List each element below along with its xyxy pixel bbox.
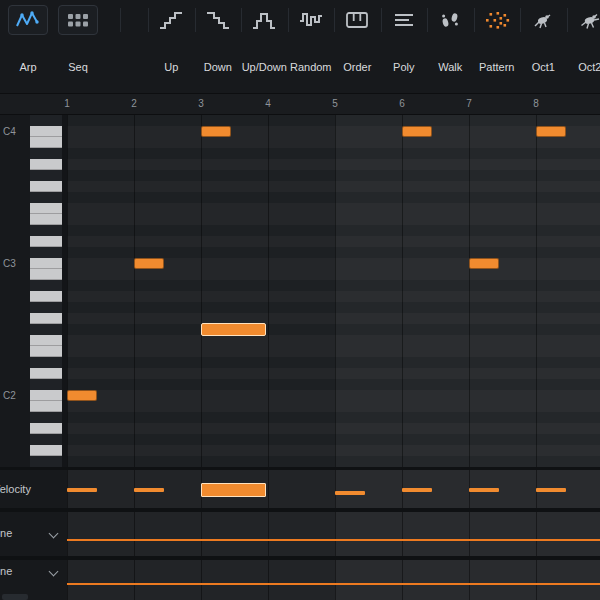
velocity-bar-step2[interactable] — [134, 488, 164, 492]
note-step3-c4[interactable] — [201, 126, 231, 137]
piano-keyboard[interactable] — [0, 115, 600, 467]
mod-lane-1-value-line[interactable] — [67, 539, 600, 541]
velocity-bar-step6[interactable] — [402, 488, 432, 492]
mod-lane-2-value-line[interactable] — [67, 583, 600, 585]
grid-row — [67, 126, 600, 137]
piano-key-b1[interactable] — [30, 401, 62, 412]
note-step6-c4[interactable] — [402, 126, 432, 137]
velocity-bar-step3[interactable] — [201, 483, 266, 497]
ruler-number-7: 7 — [462, 98, 476, 109]
piano-key-cs3[interactable] — [30, 247, 62, 258]
mode-pattern-label[interactable]: Pattern — [474, 60, 521, 74]
grid-row — [67, 280, 600, 291]
mode-walk-label[interactable]: Walk — [427, 60, 474, 74]
piano-key-f2[interactable] — [30, 335, 62, 346]
grid-row — [67, 368, 600, 379]
note-step1-c2[interactable] — [67, 390, 97, 401]
mode-oct2-label[interactable]: Oct2 — [567, 60, 600, 74]
piano-key-cs4[interactable] — [30, 115, 62, 126]
piano-key-fs1[interactable] — [30, 456, 62, 467]
mode-walk-button[interactable] — [427, 6, 474, 34]
piano-key-a1[interactable] — [30, 423, 62, 434]
grid-row — [67, 401, 600, 412]
pitch-label-c4: C4 — [3, 126, 16, 137]
mode-up-button[interactable] — [148, 6, 195, 34]
piano-key-as3[interactable] — [30, 148, 62, 159]
ruler-number-3: 3 — [194, 98, 208, 109]
piano-key-g3[interactable] — [30, 181, 62, 192]
keyboard-grid-gap — [62, 115, 67, 467]
piano-key-g1[interactable] — [30, 445, 62, 456]
piano-key-fs2[interactable] — [30, 324, 62, 335]
tab-arp-label[interactable]: Arp — [8, 60, 48, 74]
ruler-number-6: 6 — [395, 98, 409, 109]
note-step2-c3[interactable] — [134, 258, 164, 269]
tab-seq-button[interactable] — [58, 5, 98, 35]
velocity-bar-step7[interactable] — [469, 488, 499, 492]
oct1-icon — [530, 9, 556, 31]
piano-key-g2[interactable] — [30, 313, 62, 324]
grid-row — [67, 346, 600, 357]
grid-row — [67, 170, 600, 181]
piano-key-e2[interactable] — [30, 346, 62, 357]
mode-poly-label[interactable]: Poly — [381, 60, 428, 74]
mode-random-label[interactable]: Random — [288, 60, 335, 74]
mode-down-label[interactable]: Down — [195, 60, 242, 74]
mode-oct1-button[interactable] — [520, 6, 567, 34]
mode-up-down-label[interactable]: Up/Down — [241, 60, 288, 74]
velocity-bar-step5[interactable] — [335, 491, 365, 495]
mode-up-label[interactable]: Up — [148, 60, 195, 74]
down-icon — [205, 9, 231, 31]
mod-lane-1-selector[interactable]: None — [0, 527, 12, 540]
mode-up-down-button[interactable] — [241, 6, 288, 34]
piano-key-ds3[interactable] — [30, 225, 62, 236]
grid-row — [67, 203, 600, 214]
note-step8-c4[interactable] — [536, 126, 566, 137]
mode-oct2-button[interactable] — [567, 6, 600, 34]
mode-poly-button[interactable] — [381, 6, 428, 34]
note-step3-fs2[interactable] — [201, 323, 266, 336]
piano-key-gs3[interactable] — [30, 170, 62, 181]
grid-row — [67, 225, 600, 236]
mode-order-label[interactable]: Order — [334, 60, 381, 74]
piano-key-c4[interactable] — [30, 126, 62, 137]
mod-lane-2-area[interactable] — [67, 560, 600, 600]
mode-down-button[interactable] — [195, 6, 242, 34]
random-icon — [298, 9, 324, 31]
piano-key-b3[interactable] — [30, 137, 62, 148]
mod-lane-2-selector[interactable]: None — [0, 565, 12, 578]
seq-icon — [65, 9, 91, 31]
tab-arp-button[interactable] — [8, 5, 48, 35]
pitch-label-c2: C2 — [3, 390, 16, 401]
piano-key-as2[interactable] — [30, 280, 62, 291]
note-step7-c3[interactable] — [469, 258, 499, 269]
tab-seq-label[interactable]: Seq — [58, 60, 98, 74]
piano-key-b2[interactable] — [30, 269, 62, 280]
piano-key-fs3[interactable] — [30, 192, 62, 203]
piano-key-a2[interactable] — [30, 291, 62, 302]
piano-key-c2[interactable] — [30, 390, 62, 401]
mode-order-button[interactable] — [334, 6, 381, 34]
mode-oct1-label[interactable]: Oct1 — [520, 60, 567, 74]
mode-pattern-button[interactable] — [474, 6, 521, 34]
mode-random-button[interactable] — [288, 6, 335, 34]
piano-key-f3[interactable] — [30, 203, 62, 214]
piano-key-cs2[interactable] — [30, 379, 62, 390]
ruler-number-4: 4 — [261, 98, 275, 109]
piano-key-a3[interactable] — [30, 159, 62, 170]
piano-key-gs2[interactable] — [30, 302, 62, 313]
grid-row — [67, 236, 600, 247]
note-grid[interactable] — [0, 115, 600, 467]
piano-key-e3[interactable] — [30, 214, 62, 225]
piano-key-d3[interactable] — [30, 236, 62, 247]
piano-key-as1[interactable] — [30, 412, 62, 423]
grid-step-line — [201, 115, 202, 467]
piano-key-d2[interactable] — [30, 368, 62, 379]
grid-step-line — [268, 115, 269, 467]
mod-lane-1-area[interactable] — [67, 512, 600, 556]
piano-key-gs1[interactable] — [30, 434, 62, 445]
piano-key-c3[interactable] — [30, 258, 62, 269]
piano-key-ds2[interactable] — [30, 357, 62, 368]
velocity-bar-step1[interactable] — [67, 488, 97, 492]
velocity-bar-step8[interactable] — [536, 488, 566, 492]
